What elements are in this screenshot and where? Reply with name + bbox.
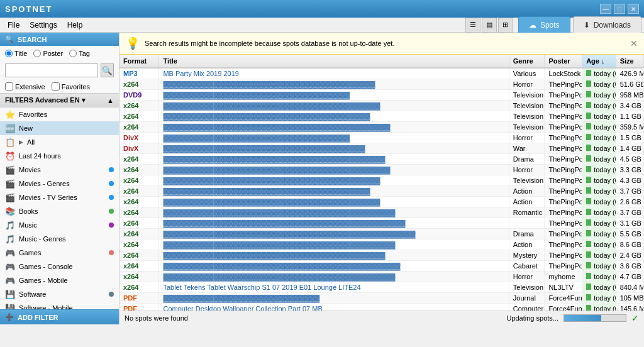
cell-title: ▓▓▓▓▓▓▓▓▓▓▓▓▓▓▓▓▓▓▓▓▓▓▓▓▓▓▓▓▓▓▓▓▓▓▓▓▓▓▓▓… xyxy=(159,229,509,240)
filter-item-games[interactable]: 🎮Games xyxy=(0,246,119,260)
table-row[interactable]: x264 ▓▓▓▓▓▓▓▓▓▓▓▓▓▓▓▓▓▓▓▓▓▓▓▓▓▓▓▓▓▓▓▓▓▓▓… xyxy=(119,261,644,272)
detail-view-button[interactable]: ▤ xyxy=(482,18,497,33)
cell-genre: Television xyxy=(509,282,545,293)
favorites-checkbox-label[interactable]: Favorites xyxy=(52,82,90,91)
add-filter-bar[interactable]: ➕ ADD FILTER xyxy=(0,309,119,324)
cell-title: ▓▓▓▓▓▓▓▓▓▓▓▓▓▓▓▓▓▓▓▓▓▓▓▓▓▓▓▓▓▓▓▓▓▓▓▓▓▓▓▓… xyxy=(159,197,509,207)
search-button[interactable]: 🔍 xyxy=(101,63,114,77)
filter-item-movies---tv-series[interactable]: 🎬Movies - TV Series xyxy=(0,190,119,204)
menu-settings[interactable]: Settings xyxy=(25,19,62,31)
status-bar: No spots were found Updating spots... ✓ xyxy=(119,311,644,324)
filter-item-movies---genres[interactable]: 🎬Movies - Genres xyxy=(0,177,119,190)
table-row[interactable]: PDF Computer Desktop Wallpaper Collectio… xyxy=(119,304,644,311)
info-icon: 💡 xyxy=(126,36,140,50)
left-panel: 🔍 SEARCH Title Poster Tag 🔍 xyxy=(0,33,119,324)
table-row[interactable]: x264 Tablet Tekens Tablet Waarschip S1 0… xyxy=(119,282,644,293)
col-genre[interactable]: Genre xyxy=(509,55,545,68)
table-row[interactable]: x264 ▓▓▓▓▓▓▓▓▓▓▓▓▓▓▓▓▓▓▓▓▓▓▓▓▓▓▓▓▓▓▓▓▓▓▓… xyxy=(119,186,644,197)
cell-poster: ThePingPong xyxy=(545,143,582,154)
table-row[interactable]: DivX ▓▓▓▓▓▓▓▓▓▓▓▓▓▓▓▓▓▓▓▓▓▓▓▓▓▓▓▓▓▓▓▓▓▓▓… xyxy=(119,133,644,143)
table-row[interactable]: x264 ▓▓▓▓▓▓▓▓▓▓▓▓▓▓▓▓▓▓▓▓▓▓▓▓▓▓▓▓▓▓▓▓▓▓▓… xyxy=(119,229,644,240)
progress-bar-fill xyxy=(564,315,601,321)
filter-item-favorites[interactable]: ⭐Favorites xyxy=(0,107,119,121)
search-title-option[interactable]: Title xyxy=(5,50,27,57)
filter-item-software---mobile[interactable]: 💾Software - Mobile xyxy=(0,301,119,309)
cell-format: x264 xyxy=(119,282,159,293)
col-age[interactable]: Age ↓ xyxy=(582,55,616,68)
menu-file[interactable]: File xyxy=(3,19,25,31)
cell-age: today (07:20) xyxy=(582,175,616,186)
cell-genre: Television xyxy=(509,101,545,111)
cell-size: 8.6 GB xyxy=(616,240,643,250)
filter-item-all[interactable]: 📋▶All xyxy=(0,135,119,149)
table-row[interactable]: x264 ▓▓▓▓▓▓▓▓▓▓▓▓▓▓▓▓▓▓▓▓▓▓▓▓▓▓▓▓▓▓▓▓▓▓▓… xyxy=(119,165,644,175)
cell-format: DVD9 xyxy=(119,90,159,101)
cell-format: PDF xyxy=(119,293,159,304)
cell-title: ▓▓▓▓▓▓▓▓▓▓▓▓▓▓▓▓▓▓▓▓▓▓▓▓▓▓▓▓▓▓▓▓▓▓▓▓▓▓▓▓… xyxy=(159,79,509,90)
search-poster-option[interactable]: Poster xyxy=(33,50,63,57)
table-row[interactable]: x264 ▓▓▓▓▓▓▓▓▓▓▓▓▓▓▓▓▓▓▓▓▓▓▓▓▓▓▓▓▓▓▓▓▓▓▓… xyxy=(119,207,644,218)
cell-title: ▓▓▓▓▓▓▓▓▓▓▓▓▓▓▓▓▓▓▓▓▓▓▓▓▓▓▓▓▓▓▓▓▓▓▓▓▓▓▓▓… xyxy=(159,207,509,218)
table-row[interactable]: DVD9 ▓▓▓▓▓▓▓▓▓▓▓▓▓▓▓▓▓▓▓▓▓▓▓▓▓▓▓▓▓▓▓▓▓▓▓… xyxy=(119,90,644,101)
filter-item-games---console[interactable]: 🎮Games - Console xyxy=(0,260,119,273)
col-poster[interactable]: Poster xyxy=(545,55,582,68)
filter-item-books[interactable]: 📚Books xyxy=(0,204,119,218)
table-row[interactable]: x264 ▓▓▓▓▓▓▓▓▓▓▓▓▓▓▓▓▓▓▓▓▓▓▓▓▓▓▓▓▓▓▓▓▓▓▓… xyxy=(119,111,644,122)
spots-tab-icon: ☁ xyxy=(529,21,536,30)
table-row[interactable]: x264 ▓▓▓▓▓▓▓▓▓▓▓▓▓▓▓▓▓▓▓▓▓▓▓▓▓▓▓▓▓▓▓▓▓▓▓… xyxy=(119,175,644,186)
table-row[interactable]: x264 ▓▓▓▓▓▓▓▓▓▓▓▓▓▓▓▓▓▓▓▓▓▓▓▓▓▓▓▓▓▓▓▓▓▓▓… xyxy=(119,122,644,133)
filter-label-2: All xyxy=(27,138,114,146)
table-row[interactable]: x264 ▓▓▓▓▓▓▓▓▓▓▓▓▓▓▓▓▓▓▓▓▓▓▓▓▓▓▓▓▓▓▓▓▓▓▓… xyxy=(119,101,644,111)
favorites-checkbox[interactable] xyxy=(52,82,60,91)
col-format[interactable]: Format xyxy=(119,55,159,68)
extensive-checkbox-label[interactable]: Extensive xyxy=(5,82,45,91)
filter-item-games---mobile[interactable]: 🎮Games - Mobile xyxy=(0,273,119,287)
cell-age: today (07:29) xyxy=(582,154,616,165)
list-view-button[interactable]: ☰ xyxy=(465,18,480,33)
search-tag-option[interactable]: Tag xyxy=(69,50,90,57)
table-row[interactable]: PDF ▓▓▓▓▓▓▓▓▓▓▓▓▓▓▓▓▓▓▓▓▓▓▓▓▓▓▓▓▓▓▓ Jour… xyxy=(119,293,644,304)
table-row[interactable]: x264 ▓▓▓▓▓▓▓▓▓▓▓▓▓▓▓▓▓▓▓▓▓▓▓▓▓▓▓▓▓▓▓▓▓▓▓… xyxy=(119,154,644,165)
cell-age: today (06:53) xyxy=(582,272,616,282)
cell-size: 2.6 GB xyxy=(616,197,643,207)
filter-item-new[interactable]: 🆕New xyxy=(0,121,119,135)
table-row[interactable]: MP3 MB Party Mix 2019 2019 Various LockS… xyxy=(119,68,644,79)
search-options: Title Poster Tag xyxy=(0,46,119,61)
col-size[interactable]: Size xyxy=(616,55,643,68)
cell-title: Tablet Tekens Tablet Waarschip S1 07 201… xyxy=(159,282,509,293)
minimize-button[interactable]: — xyxy=(600,4,611,14)
search-header: 🔍 SEARCH xyxy=(0,33,119,46)
filter-item-software[interactable]: 💾Software xyxy=(0,287,119,301)
cell-title: MB Party Mix 2019 2019 xyxy=(159,68,509,79)
col-title[interactable]: Title xyxy=(159,55,509,68)
close-button[interactable]: ✕ xyxy=(628,4,639,14)
menu-help[interactable]: Help xyxy=(62,19,88,31)
filter-icon-7: 📚 xyxy=(5,206,15,216)
tab-downloads[interactable]: ⬇ Downloads xyxy=(573,16,641,34)
filter-item-music---genres[interactable]: 🎵Music - Genres xyxy=(0,232,119,246)
table-row[interactable]: x264 ▓▓▓▓▓▓▓▓▓▓▓▓▓▓▓▓▓▓▓▓▓▓▓▓▓▓▓▓▓▓▓▓▓▓▓… xyxy=(119,218,644,229)
thumb-view-button[interactable]: ⊞ xyxy=(498,18,513,33)
extensive-checkbox[interactable] xyxy=(5,82,13,91)
info-close-button[interactable]: ✕ xyxy=(630,38,638,48)
table-row[interactable]: x264 ▓▓▓▓▓▓▓▓▓▓▓▓▓▓▓▓▓▓▓▓▓▓▓▓▓▓▓▓▓▓▓▓▓▓▓… xyxy=(119,197,644,207)
cell-poster: myhome xyxy=(545,272,582,282)
table-row[interactable]: x264 ▓▓▓▓▓▓▓▓▓▓▓▓▓▓▓▓▓▓▓▓▓▓▓▓▓▓▓▓▓▓▓▓▓▓▓… xyxy=(119,272,644,282)
table-row[interactable]: x264 ▓▓▓▓▓▓▓▓▓▓▓▓▓▓▓▓▓▓▓▓▓▓▓▓▓▓▓▓▓▓▓▓▓▓▓… xyxy=(119,250,644,261)
filter-item-music[interactable]: 🎵Music xyxy=(0,218,119,232)
search-input[interactable] xyxy=(5,63,98,77)
table-row[interactable]: DivX ▓▓▓▓▓▓▓▓▓▓▓▓▓▓▓▓▓▓▓▓▓▓▓▓▓▓▓▓▓▓▓▓▓▓▓… xyxy=(119,143,644,154)
cell-size: 3.3 GB xyxy=(616,165,643,175)
tab-spots[interactable]: ☁ Spots xyxy=(518,16,570,34)
table-row[interactable]: x264 ▓▓▓▓▓▓▓▓▓▓▓▓▓▓▓▓▓▓▓▓▓▓▓▓▓▓▓▓▓▓▓▓▓▓▓… xyxy=(119,240,644,250)
cell-title: ▓▓▓▓▓▓▓▓▓▓▓▓▓▓▓▓▓▓▓▓▓▓▓▓▓▓▓▓▓▓▓▓▓▓▓▓▓▓▓▓… xyxy=(159,111,509,122)
cell-format: x264 xyxy=(119,186,159,197)
cell-format: x264 xyxy=(119,79,159,90)
cell-format: x264 xyxy=(119,197,159,207)
filters-header[interactable]: FILTERS Advanced EN ▾ ▲ xyxy=(0,93,119,107)
filter-item-last-24-hours[interactable]: ⏰Last 24 hours xyxy=(0,149,119,163)
maximize-button[interactable]: □ xyxy=(614,4,625,14)
table-row[interactable]: x264 ▓▓▓▓▓▓▓▓▓▓▓▓▓▓▓▓▓▓▓▓▓▓▓▓▓▓▓▓▓▓▓▓▓▓▓… xyxy=(119,79,644,90)
filter-icon-14: 💾 xyxy=(5,303,15,309)
filter-item-movies[interactable]: 🎬Movies xyxy=(0,163,119,177)
